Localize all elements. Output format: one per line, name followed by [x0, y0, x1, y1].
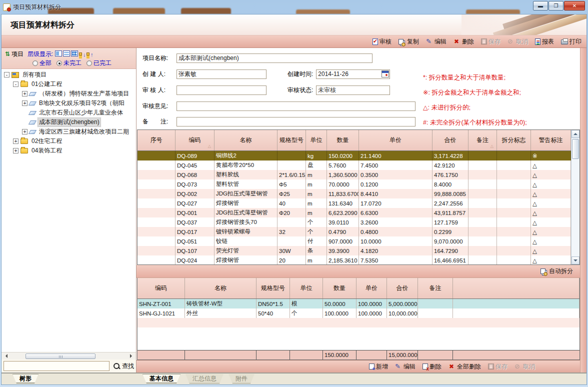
collapse-icon[interactable]: -: [4, 72, 10, 78]
right-border-strip: [580, 48, 586, 372]
budget-table-scrollbar[interactable]: [571, 130, 580, 264]
table-row[interactable]: DQ-068塑料胶线2*1.6/0.15m1,360.50000.3500476…: [138, 170, 571, 180]
column-header[interactable]: 合价: [387, 278, 418, 298]
report-button[interactable]: 报表: [535, 38, 554, 46]
creator-field[interactable]: [176, 70, 266, 79]
audit-button[interactable]: 审核: [372, 38, 392, 46]
column-header[interactable]: 警告标注: [531, 130, 571, 150]
column-header[interactable]: 单价: [359, 130, 432, 150]
column-header[interactable]: 拆分标志: [497, 130, 531, 150]
scroll-up-arrow-icon[interactable]: [572, 130, 580, 138]
column-header[interactable]: 名称: [214, 130, 278, 150]
table-row[interactable]: DQ-001JDG扣压式薄壁钢管Φ20m6,623.20906.630043,9…: [138, 208, 571, 218]
delete-button[interactable]: 删除: [422, 362, 442, 371]
tree-item[interactable]: +02住宅工程: [2, 136, 136, 146]
table-row[interactable]: DQ-002JDG扣压式薄壁钢管Φ25m11,833.67008.441099,…: [138, 189, 571, 198]
tab-附件[interactable]: 附件: [228, 374, 254, 384]
hier-detail-icon[interactable]: [63, 50, 70, 56]
scroll-down-arrow-icon[interactable]: [572, 256, 580, 264]
table-row[interactable]: DQ-027焊接钢管40m131.634017.07202,247.2556△: [138, 198, 571, 208]
expand-icon[interactable]: +: [22, 100, 28, 106]
column-header[interactable]: 编码△: [176, 130, 214, 150]
copy-button[interactable]: 复制: [398, 38, 419, 46]
column-header[interactable]: 规格型号: [256, 278, 290, 298]
search-icon[interactable]: [114, 363, 120, 370]
audit-opinion-field[interactable]: [176, 102, 416, 111]
tab-基本信息[interactable]: 基本信息: [142, 374, 180, 384]
cell: 6,623.2090: [327, 208, 359, 218]
table-row[interactable]: DQ-045黄腊布带20*50盘5.76007.450042.9120△: [138, 160, 571, 170]
scrollbar-thumb[interactable]: [26, 354, 96, 359]
tree-item[interactable]: +04装饰工程: [2, 146, 136, 156]
tree-horizontal-scrollbar[interactable]: [2, 352, 136, 360]
search-input[interactable]: [4, 361, 110, 371]
hier-large-icon[interactable]: [55, 50, 62, 56]
tree-item[interactable]: 成本部测试(chengben): [2, 118, 136, 127]
tab-tree[interactable]: 树形: [12, 374, 38, 384]
column-header[interactable]: 数量: [323, 278, 356, 298]
remark-field[interactable]: [176, 117, 416, 126]
column-header[interactable]: 备注: [418, 278, 453, 298]
table-row[interactable]: DQ-051铰链付907.000010.00009,070.0000△: [138, 236, 571, 246]
table-row[interactable]: SHN-GJ-1021外丝50*40个100.0000100.000010,00…: [138, 308, 580, 318]
column-header[interactable]: 数量: [327, 130, 359, 150]
auditor-field[interactable]: [176, 86, 266, 95]
auto-split-button[interactable]: 自动拆分: [540, 267, 573, 276]
column-header[interactable]: 编码: [138, 278, 185, 298]
save-icon: [481, 38, 487, 44]
scroll-left-arrow-icon[interactable]: [4, 354, 8, 358]
tree-item[interactable]: 北京市石景山区少年儿童业余体: [2, 108, 136, 118]
create-time-field[interactable]: [316, 70, 390, 79]
table-row[interactable]: DQ-073塑料软管Φ5m70.00000.12008.4000△: [138, 180, 571, 189]
table-row[interactable]: DQ-037焊接钢管接头70个39.01103.2600127.1759△: [138, 218, 571, 227]
cell: 0.4800: [359, 227, 432, 236]
project-name-field[interactable]: [176, 54, 372, 63]
calendar-icon[interactable]: [382, 70, 389, 78]
column-header[interactable]: 名称: [185, 278, 256, 298]
edit-button[interactable]: 编辑: [395, 362, 416, 371]
radio-未完工[interactable]: 未完工: [56, 59, 82, 68]
sort-desc-icon[interactable]: ↓: [79, 52, 86, 58]
tree-item[interactable]: +（研发楼）博特研发生产基地项目: [2, 89, 136, 98]
add-button[interactable]: 新增: [369, 362, 388, 371]
refresh-icon[interactable]: ⇅: [5, 50, 10, 58]
table-row[interactable]: DQ-024焊接钢管20m2,185.36107.535016,466.6951…: [138, 256, 571, 264]
maximize-button[interactable]: ❐: [548, 1, 564, 10]
tree-item[interactable]: +海淀区西三旗建材城危改项目二期: [2, 127, 136, 136]
minimize-button[interactable]: ▬: [533, 1, 548, 10]
expand-icon[interactable]: +: [22, 91, 28, 96]
tree-item[interactable]: +B地块文化娱乐项目等2项（朝阳: [2, 98, 136, 108]
table-row[interactable]: DQ-107荧光灯管30W条39.39004.1820164.7290△: [138, 246, 571, 256]
table-row[interactable]: DQ-017镀锌锁紧螺母32个0.47900.48000.2299△: [138, 227, 571, 236]
scrollbar-thumb[interactable]: [572, 139, 579, 159]
tree-item[interactable]: -所有项目: [2, 70, 136, 80]
cell: SHN-GJ-1021: [138, 308, 185, 318]
column-header[interactable]: 规格型号: [278, 130, 306, 150]
column-header[interactable]: 序号: [138, 130, 176, 150]
column-header[interactable]: 备注△: [468, 130, 497, 150]
tab-汇总信息[interactable]: 汇总信息: [186, 374, 224, 384]
edit-button[interactable]: 编辑: [426, 38, 446, 46]
sort-asc-icon[interactable]: ↑: [86, 52, 93, 58]
radio-已完工[interactable]: 已完工: [86, 59, 112, 68]
delete-all-button[interactable]: 全部删除: [448, 362, 481, 371]
search-button[interactable]: 查找: [122, 362, 134, 370]
scroll-right-arrow-icon[interactable]: [130, 354, 134, 358]
collapse-icon[interactable]: -: [13, 82, 18, 87]
column-header[interactable]: [453, 278, 580, 298]
close-button[interactable]: ✕: [564, 1, 585, 10]
radio-全部[interactable]: 全部: [32, 59, 52, 68]
table-row[interactable]: DQ-089铜绑线2kg150.020021.14003,171.4228※: [138, 151, 571, 160]
column-header[interactable]: 单位: [290, 278, 323, 298]
column-header[interactable]: 合价: [432, 130, 468, 150]
tree-item[interactable]: -01公建工程: [2, 80, 136, 89]
column-header[interactable]: 单位: [306, 130, 327, 150]
delete-button[interactable]: 删除: [454, 38, 474, 46]
expand-icon[interactable]: +: [13, 138, 18, 144]
column-header[interactable]: 单价: [356, 278, 387, 298]
expand-icon[interactable]: +: [13, 148, 18, 154]
print-button[interactable]: 打印: [561, 38, 582, 46]
hier-grid-icon[interactable]: [71, 50, 78, 56]
table-row[interactable]: SHN-ZT-001铸铁管材-W型DN50*1.5根50.0000100.000…: [138, 299, 580, 308]
expand-icon[interactable]: +: [22, 129, 28, 134]
